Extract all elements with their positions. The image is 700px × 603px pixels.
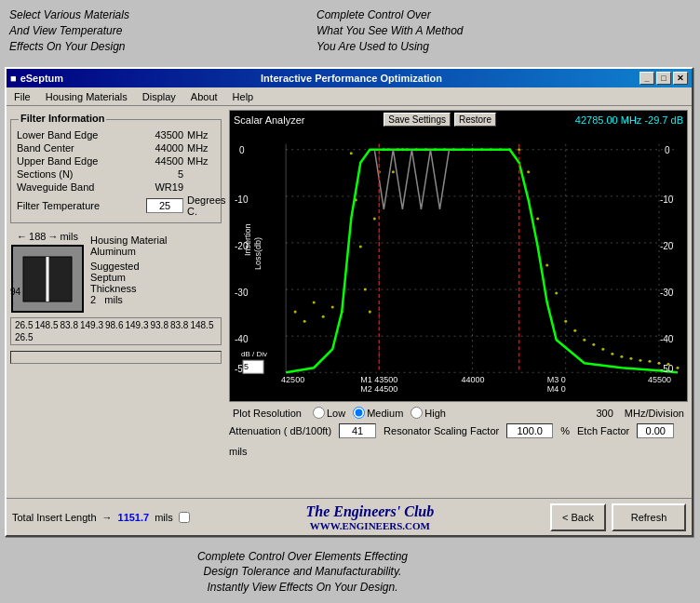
resolution-medium-radio[interactable] <box>353 407 365 419</box>
resolution-high-text: High <box>424 408 446 419</box>
dim-7: 83.8 <box>170 320 188 330</box>
etch-unit: mils <box>229 446 248 457</box>
resonator-unit: % <box>560 425 570 436</box>
svg-text:M4 0: M4 0 <box>547 384 566 394</box>
dim-9: 26.5 <box>15 332 33 342</box>
titlebar-controls: _ □ ✕ <box>639 72 688 85</box>
filter-value-lower-band: 43500 <box>132 129 183 141</box>
svg-point-31 <box>313 302 316 304</box>
filter-row-waveguide: Waveguide Band WR19 <box>17 181 215 193</box>
app-icon: ■ <box>10 73 17 84</box>
total-insert-unit: mils <box>155 512 173 523</box>
svg-point-62 <box>545 264 548 267</box>
chart-buttons: Save Settings Restore <box>384 113 496 127</box>
filter-row-band-center: Band Center 44000 MHz <box>17 142 215 154</box>
svg-text:dB / Div: dB / Div <box>241 350 267 358</box>
total-insert-value: 1151.7 <box>118 512 150 523</box>
septum-left: ← 188 → mils <box>10 231 85 314</box>
svg-point-66 <box>583 339 586 342</box>
resolution-low-radio[interactable] <box>313 407 325 419</box>
resonator-label: Resonator Scaling Factor <box>384 425 499 436</box>
filter-label-lower-band: Lower Band Edge <box>17 129 132 141</box>
left-panel: Filter Information Lower Band Edge 43500… <box>7 106 225 461</box>
total-insert-checkbox[interactable] <box>179 512 190 523</box>
svg-text:Insertion: Insertion <box>243 223 252 256</box>
app-name: eSeptum <box>20 73 63 84</box>
svg-point-32 <box>322 315 325 318</box>
svg-text:M2 44500: M2 44500 <box>360 384 397 394</box>
svg-text:-30: -30 <box>660 288 674 298</box>
menu-about[interactable]: About <box>187 90 222 103</box>
back-button[interactable]: < Back <box>550 503 606 531</box>
refresh-button[interactable]: Refresh <box>612 503 686 531</box>
etch-input[interactable] <box>637 423 674 438</box>
filter-info-title: Filter Information <box>19 113 106 124</box>
svg-point-35 <box>350 152 353 154</box>
filter-label-sections: Sections (N) <box>17 168 132 180</box>
svg-point-33 <box>331 306 334 309</box>
menu-help[interactable]: Help <box>229 90 258 103</box>
dim-2: 83.8 <box>61 320 78 330</box>
arrow-right-small-icon: → <box>102 512 113 523</box>
svg-point-63 <box>555 292 558 295</box>
arrow-left-icon: ← <box>17 231 27 242</box>
maximize-button[interactable]: □ <box>656 72 671 85</box>
svg-text:-10: -10 <box>660 194 674 205</box>
septum-width-row: ← 188 → mils <box>17 231 78 242</box>
restore-button[interactable]: Restore <box>454 113 496 127</box>
main-window: ■ eSeptum Interactive Performance Optimi… <box>5 67 693 537</box>
filter-label-temperature: Filter Temperature <box>17 200 146 211</box>
filter-unit-lower-band: MHz <box>187 129 215 141</box>
save-settings-button[interactable]: Save Settings <box>384 113 451 127</box>
resolution-high-radio[interactable] <box>411 407 423 419</box>
svg-text:-10: -10 <box>235 194 249 205</box>
svg-text:44000: 44000 <box>462 375 485 384</box>
septum-right: Housing MaterialAluminum SuggestedSeptum… <box>90 231 168 305</box>
close-button[interactable]: ✕ <box>673 72 688 85</box>
resolution-high-label[interactable]: High <box>411 407 446 419</box>
chart-svg: 0 -10 -20 -30 -40 -50 Insertion Loss(db)… <box>230 111 687 401</box>
attenuation-label: Attenuation ( dB/100ft) <box>229 425 331 436</box>
filter-row-upper-band: Upper Band Edge 44500 MHz <box>17 155 215 167</box>
annotation-topleft: Select Various Materials And View Temper… <box>9 7 177 54</box>
septum-diagram: ↑ 94 ↓ <box>10 244 85 314</box>
svg-text:5: 5 <box>244 362 249 371</box>
right-panel: Scalar Analyzer Save Settings Restore 42… <box>225 106 692 461</box>
filter-value-waveguide: WR19 <box>132 181 183 193</box>
svg-text:-50: -50 <box>660 364 674 374</box>
filter-row-sections: Sections (N) 5 <box>17 168 215 180</box>
svg-text:M1 43500: M1 43500 <box>360 375 397 384</box>
annotation-topright: Complete Control Over What You See With … <box>316 7 503 54</box>
attenuation-row: Attenuation ( dB/100ft) Resonator Scalin… <box>229 423 688 457</box>
svg-text:0: 0 <box>239 145 245 155</box>
svg-text:-30: -30 <box>235 288 249 298</box>
menu-display[interactable]: Display <box>139 90 180 103</box>
chart-title: Scalar Analyzer <box>234 114 304 126</box>
svg-point-39 <box>369 311 371 314</box>
resolution-medium-label[interactable]: Medium <box>353 407 403 419</box>
septum-area: ← 188 → mils <box>10 231 222 314</box>
dim-1: 148.5 <box>34 320 58 330</box>
chart-header: Scalar Analyzer Save Settings Restore 42… <box>230 113 687 127</box>
svg-text:-40: -40 <box>235 334 249 344</box>
total-insert-label: Total Insert Length <box>12 512 97 523</box>
resolution-low-label[interactable]: Low <box>313 407 345 419</box>
menu-file[interactable]: File <box>10 90 34 103</box>
attenuation-input[interactable] <box>339 423 376 438</box>
suggested-thickness-label: SuggestedSeptumThickness2 mils <box>90 261 168 305</box>
filter-info-group: Filter Information Lower Band Edge 43500… <box>10 119 222 223</box>
menu-housing-materials[interactable]: Housing Materials <box>42 90 131 103</box>
dim-0: 26.5 <box>15 320 33 330</box>
svg-point-37 <box>359 245 362 248</box>
plot-resolution-row: Plot Resolution Low Medium High 300 MHz/… <box>229 405 688 421</box>
dim-3: 149.3 <box>80 320 103 330</box>
filter-value-sections: 5 <box>132 168 183 180</box>
resonator-input[interactable] <box>506 423 553 438</box>
resolution-medium-text: Medium <box>367 408 403 419</box>
filter-temperature-input[interactable] <box>146 198 183 213</box>
chart-coords: 42785.00 MHz -29.7 dB <box>575 114 683 126</box>
svg-point-29 <box>294 311 297 314</box>
filter-unit-temperature: Degrees C. <box>187 194 215 217</box>
svg-text:M3 0: M3 0 <box>547 375 566 384</box>
minimize-button[interactable]: _ <box>639 72 654 85</box>
